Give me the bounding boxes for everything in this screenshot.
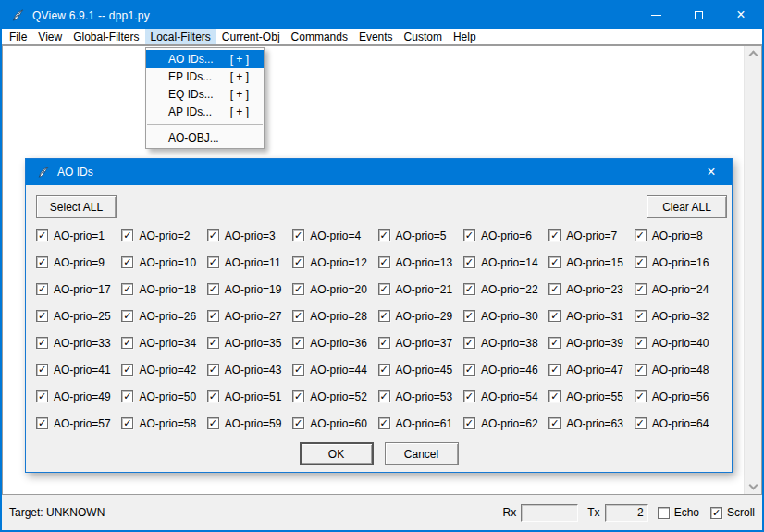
ao-prio-checkbox-item[interactable]: ✓AO-prio=13	[378, 256, 463, 269]
ao-prio-checkbox-item[interactable]: ✓AO-prio=62	[463, 417, 548, 430]
minimize-button[interactable]	[635, 2, 677, 29]
ao-prio-checkbox-item[interactable]: ✓AO-prio=56	[635, 390, 720, 403]
ao-prio-checkbox-item[interactable]: ✓AO-prio=27	[207, 310, 292, 323]
vertical-scrollbar[interactable]	[744, 46, 761, 494]
ao-prio-checkbox-item[interactable]: ✓AO-prio=48	[635, 364, 720, 377]
ao-prio-checkbox-item[interactable]: ✓AO-prio=38	[463, 337, 548, 350]
ao-prio-checkbox-item[interactable]: ✓AO-prio=52	[292, 390, 377, 403]
ao-prio-checkbox-item[interactable]: ✓AO-prio=35	[207, 337, 292, 350]
ao-prio-checkbox-item[interactable]: ✓AO-prio=55	[548, 390, 634, 403]
ao-prio-checkbox-item[interactable]: ✓AO-prio=32	[635, 310, 720, 323]
ao-prio-checkbox-item[interactable]: ✓AO-prio=8	[635, 229, 720, 242]
ao-prio-checkbox-item[interactable]: ✓AO-prio=30	[463, 310, 548, 323]
ao-prio-checkbox-item[interactable]: ✓AO-prio=16	[635, 256, 720, 269]
tk-feather-icon	[37, 166, 50, 179]
checkbox-label: AO-prio=7	[566, 229, 617, 242]
ao-prio-checkbox-item[interactable]: ✓AO-prio=33	[36, 337, 121, 350]
ao-prio-checkbox-item[interactable]: ✓AO-prio=41	[36, 364, 121, 377]
ao-prio-checkbox-item[interactable]: ✓AO-prio=26	[121, 310, 206, 323]
ao-prio-checkbox-item[interactable]: ✓AO-prio=40	[635, 337, 720, 350]
menu-item-eq-ids[interactable]: EQ IDs...[ + ]	[146, 85, 264, 103]
ao-grid: ✓AO-prio=1✓AO-prio=2✓AO-prio=3✓AO-prio=4…	[36, 222, 720, 437]
ao-prio-checkbox-item[interactable]: ✓AO-prio=5	[378, 229, 463, 242]
scroll-down-icon[interactable]	[748, 481, 758, 490]
ao-prio-checkbox-item[interactable]: ✓AO-prio=4	[292, 229, 377, 242]
ao-prio-checkbox-item[interactable]: ✓AO-prio=31	[548, 310, 634, 323]
echo-checkbox[interactable]	[658, 507, 670, 519]
ao-prio-checkbox-item[interactable]: ✓AO-prio=15	[548, 256, 634, 269]
ao-prio-checkbox-item[interactable]: ✓AO-prio=17	[36, 283, 121, 296]
ao-prio-checkbox-item[interactable]: ✓AO-prio=51	[207, 390, 292, 403]
ao-prio-checkbox-item[interactable]: ✓AO-prio=12	[292, 256, 377, 269]
menu-item-ao-ids[interactable]: AO IDs...[ + ]	[146, 50, 264, 68]
ao-prio-checkbox-item[interactable]: ✓AO-prio=21	[378, 283, 463, 296]
ao-prio-checkbox-item[interactable]: ✓AO-prio=11	[207, 256, 292, 269]
clear-all-button[interactable]: Clear ALL	[647, 195, 727, 218]
ao-prio-checkbox-item[interactable]: ✓AO-prio=60	[292, 417, 377, 430]
maximize-button[interactable]	[677, 2, 720, 29]
ao-prio-checkbox-item[interactable]: ✓AO-prio=19	[207, 283, 292, 296]
cancel-button[interactable]: Cancel	[385, 442, 459, 465]
menu-item-ep-ids[interactable]: EP IDs...[ + ]	[146, 68, 264, 85]
menubar-item-current-obj[interactable]: Current-Obj	[216, 29, 286, 44]
ao-prio-checkbox-item[interactable]: ✓AO-prio=57	[36, 417, 121, 430]
ao-prio-checkbox-item[interactable]: ✓AO-prio=37	[378, 337, 463, 350]
dialog-close-button[interactable]: ×	[691, 159, 732, 185]
ao-prio-checkbox-item[interactable]: ✓AO-prio=63	[548, 417, 634, 430]
ao-prio-checkbox-item[interactable]: ✓AO-prio=34	[121, 337, 206, 350]
ao-prio-checkbox-item[interactable]: ✓AO-prio=1	[36, 229, 121, 242]
ok-button[interactable]: OK	[300, 442, 374, 465]
ao-prio-checkbox-item[interactable]: ✓AO-prio=39	[548, 337, 634, 350]
ao-prio-checkbox-item[interactable]: ✓AO-prio=43	[207, 364, 292, 377]
rx-field[interactable]	[521, 504, 578, 522]
ao-prio-checkbox-item[interactable]: ✓AO-prio=46	[463, 364, 548, 377]
menu-item-ao-obj[interactable]: AO-OBJ...	[146, 129, 264, 146]
checkbox: ✓	[121, 256, 133, 268]
ao-prio-checkbox-item[interactable]: ✓AO-prio=36	[292, 337, 377, 350]
ao-prio-checkbox-item[interactable]: ✓AO-prio=64	[635, 417, 720, 430]
ao-prio-checkbox-item[interactable]: ✓AO-prio=22	[463, 283, 548, 296]
ao-prio-checkbox-item[interactable]: ✓AO-prio=47	[548, 364, 634, 377]
ao-prio-checkbox-item[interactable]: ✓AO-prio=44	[292, 364, 377, 377]
ao-prio-checkbox-item[interactable]: ✓AO-prio=42	[121, 364, 206, 377]
tx-field[interactable]: 2	[605, 504, 648, 522]
ao-prio-checkbox-item[interactable]: ✓AO-prio=53	[378, 390, 463, 403]
ao-prio-checkbox-item[interactable]: ✓AO-prio=6	[463, 229, 548, 242]
checkbox-label: AO-prio=28	[310, 310, 367, 323]
ao-prio-checkbox-item[interactable]: ✓AO-prio=24	[635, 283, 720, 296]
ao-prio-checkbox-item[interactable]: ✓AO-prio=50	[121, 390, 206, 403]
ao-prio-checkbox-item[interactable]: ✓AO-prio=49	[36, 390, 121, 403]
scroll-checkbox[interactable]: ✓	[710, 507, 722, 519]
ao-prio-checkbox-item[interactable]: ✓AO-prio=25	[36, 310, 121, 323]
menubar-item-events[interactable]: Events	[353, 29, 399, 44]
ao-prio-checkbox-item[interactable]: ✓AO-prio=18	[121, 283, 206, 296]
ao-prio-checkbox-item[interactable]: ✓AO-prio=59	[207, 417, 292, 430]
ao-prio-checkbox-item[interactable]: ✓AO-prio=2	[121, 229, 206, 242]
ao-prio-checkbox-item[interactable]: ✓AO-prio=23	[548, 283, 634, 296]
ao-prio-checkbox-item[interactable]: ✓AO-prio=20	[292, 283, 377, 296]
close-button[interactable]: ×	[720, 2, 762, 29]
ao-prio-checkbox-item[interactable]: ✓AO-prio=7	[548, 229, 634, 242]
menubar-item-view[interactable]: View	[32, 29, 68, 44]
ao-prio-checkbox-item[interactable]: ✓AO-prio=58	[121, 417, 206, 430]
ao-prio-checkbox-item[interactable]: ✓AO-prio=61	[378, 417, 463, 430]
ao-prio-checkbox-item[interactable]: ✓AO-prio=29	[378, 310, 463, 323]
menubar-item-file[interactable]: File	[4, 29, 32, 44]
menubar-item-help[interactable]: Help	[448, 29, 482, 44]
ao-prio-checkbox-item[interactable]: ✓AO-prio=28	[292, 310, 377, 323]
ao-prio-checkbox-item[interactable]: ✓AO-prio=3	[207, 229, 292, 242]
menubar-item-commands[interactable]: Commands	[286, 29, 353, 44]
select-all-button[interactable]: Select ALL	[36, 195, 117, 218]
menu-item-ap-ids[interactable]: AP IDs...[ + ]	[146, 103, 264, 120]
ao-prio-checkbox-item[interactable]: ✓AO-prio=9	[36, 256, 121, 269]
checkbox-label: AO-prio=47	[566, 364, 623, 377]
menubar-item-custom[interactable]: Custom	[399, 29, 448, 44]
ao-prio-checkbox-item[interactable]: ✓AO-prio=45	[378, 364, 463, 377]
ao-prio-checkbox-item[interactable]: ✓AO-prio=14	[463, 256, 548, 269]
menubar-item-global-filters[interactable]: Global-Filters	[68, 29, 144, 44]
scroll-up-icon[interactable]	[748, 51, 758, 60]
ao-prio-checkbox-item[interactable]: ✓AO-prio=54	[463, 390, 548, 403]
ao-prio-checkbox-item[interactable]: ✓AO-prio=10	[121, 256, 206, 269]
menubar-item-local-filters[interactable]: Local-Filters	[145, 29, 216, 44]
checkbox-label: AO-prio=64	[652, 417, 709, 430]
